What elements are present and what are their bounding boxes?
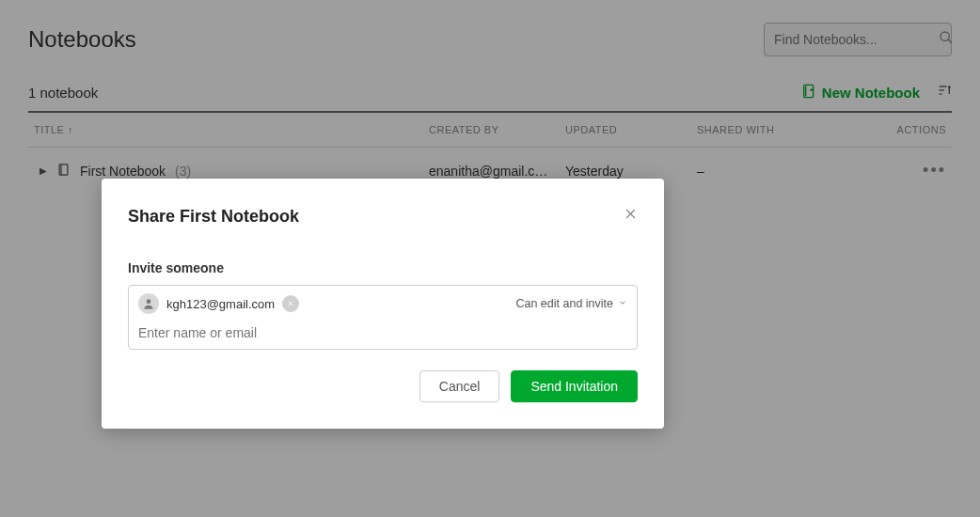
modal-buttons: Cancel Send Invitation	[128, 370, 638, 402]
permission-label: Can edit and invite	[515, 297, 613, 310]
svg-point-10	[147, 299, 151, 304]
permission-select[interactable]: Can edit and invite	[515, 297, 627, 310]
avatar-icon	[138, 293, 159, 314]
modal-header: Share First Notebook	[128, 207, 638, 227]
send-invitation-button[interactable]: Send Invitation	[511, 370, 638, 402]
modal-title: Share First Notebook	[128, 207, 299, 227]
chip-row: kgh123@gmail.com Can edit and invite	[138, 293, 627, 314]
invite-input[interactable]	[138, 325, 627, 340]
invite-box[interactable]: kgh123@gmail.com Can edit and invite	[128, 285, 638, 350]
close-icon[interactable]	[624, 207, 638, 224]
chip-remove-icon[interactable]	[282, 295, 299, 312]
invite-label: Invite someone	[128, 260, 638, 275]
chip-email: kgh123@gmail.com	[166, 297, 275, 311]
invite-chip: kgh123@gmail.com	[138, 293, 299, 314]
share-modal: Share First Notebook Invite someone kgh1…	[102, 179, 664, 429]
chevron-down-icon	[618, 297, 627, 310]
cancel-button[interactable]: Cancel	[419, 370, 500, 402]
